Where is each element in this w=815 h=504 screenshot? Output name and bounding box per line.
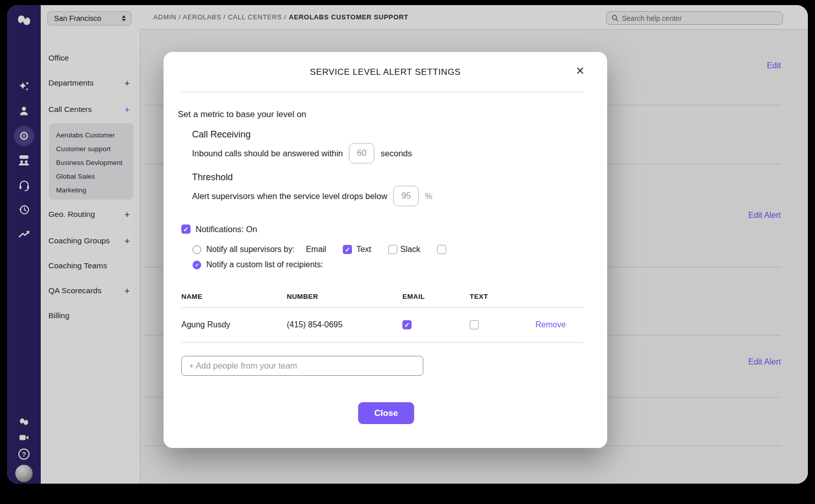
channel-label: Text [356,245,371,254]
close-icon[interactable]: × [573,63,588,78]
modal-header-divider [181,92,584,92]
col-number: NUMBER [287,293,402,300]
col-text: TEXT [470,293,535,300]
notify-custom-row: Notify a custom list of recipients: [193,260,323,270]
remove-link[interactable]: Remove [535,320,584,329]
recipients-table-header: NAME NUMBER EMAIL TEXT [181,290,584,302]
text-checkbox[interactable] [388,245,397,254]
channel-label: Email [306,245,326,254]
channel-slack: Slack [400,245,446,254]
channel-label: Slack [400,245,420,254]
table-divider [181,342,584,343]
slack-checkbox[interactable] [437,245,446,254]
screenshot-stage: San Francisco ADMIN / AEROLABS / CALL CE… [0,0,815,504]
service-level-alert-modal: SERVICE LEVEL ALERT SETTINGS × Set a met… [164,52,607,448]
notifications-row: Notifications: On [181,224,257,234]
notify-custom-label: Notify a custom list of recipients: [206,260,323,269]
notify-all-radio[interactable] [193,245,201,254]
notify-custom-radio[interactable] [193,261,201,269]
notifications-checkbox[interactable] [181,225,191,234]
metric-text: Inbound calls should be answered within [192,149,343,158]
notify-all-label: Notify all supervisors by: [206,245,294,254]
channel-email: Email [306,245,352,254]
metric-intro: Set a metric to base your level on [178,109,306,120]
row-text-checkbox[interactable] [470,320,479,329]
email-checkbox[interactable] [343,245,352,254]
metric-unit: seconds [381,149,412,158]
row-email-checkbox[interactable] [402,320,412,329]
col-email: EMAIL [402,293,470,300]
percent-input[interactable] [393,186,419,206]
table-divider [181,307,584,308]
modal-title: SERVICE LEVEL ALERT SETTINGS [164,67,607,77]
threshold-unit: % [425,191,432,201]
seconds-input[interactable] [349,143,374,163]
col-name: NAME [181,293,287,300]
metric-row: Inbound calls should be answered within … [192,143,412,163]
recipient-number: (415) 854-0695 [287,320,402,329]
channel-text: Text [356,245,397,254]
threshold-text: Alert supervisors when the service level… [192,191,387,201]
notifications-label: Notifications: On [196,225,257,234]
threshold-heading: Threshold [192,172,233,183]
app-window: San Francisco ADMIN / AEROLABS / CALL CE… [7,5,808,484]
metric-heading: Call Receiving [192,129,251,140]
close-button[interactable]: Close [358,402,414,424]
table-row: Agung Rusdy (415) 854-0695 Remove [181,316,584,334]
add-people-input[interactable] [181,356,423,376]
threshold-row: Alert supervisors when the service level… [192,186,432,206]
notify-all-row: Notify all supervisors by: Email Text Sl… [193,244,446,255]
recipient-name: Agung Rusdy [181,320,287,329]
